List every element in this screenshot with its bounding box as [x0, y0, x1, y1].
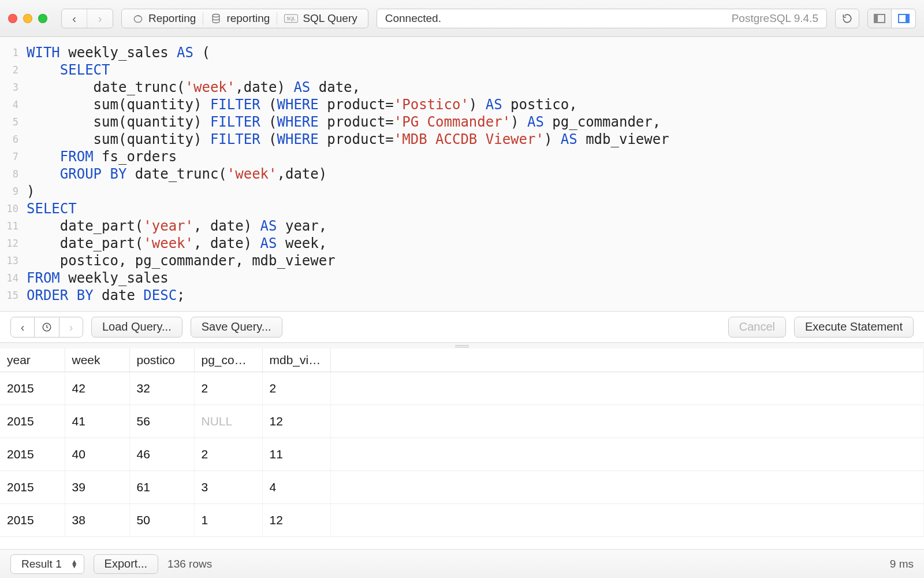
table-cell[interactable]: 42 [65, 372, 129, 405]
execute-statement-button[interactable]: Execute Statement [794, 317, 914, 338]
table-cell[interactable]: 2015 [0, 504, 65, 537]
table-cell[interactable]: 2015 [0, 438, 65, 471]
line-number-gutter: 123456789101112131415 [0, 37, 23, 311]
table-cell[interactable]: 39 [65, 471, 129, 504]
updown-icon: ▲▼ [71, 560, 78, 568]
table-cell[interactable]: 56 [129, 405, 194, 438]
column-header[interactable]: week [65, 349, 129, 372]
table-cell[interactable]: 12 [262, 405, 330, 438]
table-cell[interactable]: 2015 [0, 372, 65, 405]
sql-editor[interactable]: 123456789101112131415 WITH weekly_sales … [0, 37, 924, 312]
table-cell[interactable]: 2 [194, 438, 262, 471]
sql-icon: SQL [284, 14, 298, 23]
row-count: 136 rows [167, 558, 212, 570]
table-row[interactable]: 2015423222 [0, 372, 924, 405]
column-header[interactable]: pg_com… [194, 349, 262, 372]
svg-point-0 [134, 16, 141, 23]
column-header[interactable]: postico [129, 349, 194, 372]
chevron-right-icon: › [69, 321, 73, 333]
table-cell[interactable]: 4 [262, 471, 330, 504]
breadcrumb-label: SQL Query [303, 12, 357, 25]
table-cell[interactable]: NULL [194, 405, 262, 438]
right-panel-toggle[interactable] [892, 9, 916, 28]
export-button[interactable]: Export... [94, 554, 158, 574]
db-version: PostgreSQL 9.4.5 [732, 12, 818, 25]
history-back-button[interactable]: ‹ [10, 317, 35, 338]
clock-icon [42, 322, 52, 332]
breadcrumb-item[interactable]: Reporting [125, 12, 203, 25]
splitter-handle[interactable] [0, 343, 924, 349]
query-toolbar: ‹ › Load Query... Save Query... Cancel E… [0, 312, 924, 343]
bottom-bar: Result 1 ▲▼ Export... 136 rows 9 ms [0, 549, 924, 578]
table-header-row[interactable]: yearweekposticopg_com…mdb_vie… [0, 349, 924, 372]
breadcrumb-label: reporting [226, 12, 270, 25]
connection-status: Connected. PostgreSQL 9.4.5 [377, 9, 827, 28]
table-cell[interactable]: 11 [262, 438, 330, 471]
chevron-left-icon: ‹ [72, 13, 76, 24]
history-forward-button[interactable]: › [59, 317, 83, 338]
query-timing: 9 ms [890, 558, 914, 570]
table-cell[interactable]: 38 [65, 504, 129, 537]
table-cell[interactable]: 40 [65, 438, 129, 471]
forward-button[interactable]: › [87, 9, 113, 28]
database-icon [210, 13, 222, 24]
panel-toggle [867, 9, 916, 28]
result-selector[interactable]: Result 1 ▲▼ [10, 554, 84, 574]
table-row[interactable]: 20153850112 [0, 504, 924, 537]
refresh-button[interactable] [835, 9, 859, 28]
titlebar: ‹ › ReportingreportingSQLSQL Query Conne… [0, 0, 924, 37]
close-window-button[interactable] [8, 14, 17, 23]
left-panel-toggle[interactable] [867, 9, 892, 28]
breadcrumb-label: Reporting [148, 12, 196, 25]
save-query-button[interactable]: Save Query... [191, 317, 282, 338]
table-cell[interactable]: 12 [262, 504, 330, 537]
table-cell[interactable]: 61 [129, 471, 194, 504]
load-query-button[interactable]: Load Query... [91, 317, 182, 338]
table-cell[interactable]: 2 [194, 372, 262, 405]
elephant-icon [132, 13, 144, 24]
table-cell[interactable]: 41 [65, 405, 129, 438]
back-button[interactable]: ‹ [62, 9, 87, 28]
grip-icon [455, 345, 469, 347]
table-row[interactable]: 20154046211 [0, 438, 924, 471]
table-cell[interactable]: 46 [129, 438, 194, 471]
table-cell[interactable]: 1 [194, 504, 262, 537]
results-table[interactable]: yearweekposticopg_com…mdb_vie… 201542322… [0, 349, 924, 537]
zoom-window-button[interactable] [38, 14, 47, 23]
table-cell[interactable]: 32 [129, 372, 194, 405]
results-pane: yearweekposticopg_com…mdb_vie… 201542322… [0, 349, 924, 549]
query-history-nav: ‹ › [10, 317, 83, 338]
table-cell[interactable]: 3 [194, 471, 262, 504]
table-cell[interactable]: 2 [262, 372, 330, 405]
table-cell[interactable]: 2015 [0, 405, 65, 438]
window-controls [8, 14, 47, 23]
table-row[interactable]: 20154156NULL12 [0, 405, 924, 438]
cancel-button[interactable]: Cancel [728, 317, 786, 338]
breadcrumb-item[interactable]: SQLSQL Query [277, 12, 364, 25]
result-selector-label: Result 1 [21, 558, 62, 570]
sql-code[interactable]: WITH weekly_sales AS ( SELECT date_trunc… [23, 37, 675, 311]
breadcrumb: ReportingreportingSQLSQL Query [121, 9, 368, 28]
chevron-right-icon: › [98, 13, 102, 24]
chevron-left-icon: ‹ [21, 321, 25, 333]
refresh-icon [842, 13, 852, 24]
column-header[interactable]: mdb_vie… [262, 349, 330, 372]
column-header[interactable]: year [0, 349, 65, 372]
minimize-window-button[interactable] [23, 14, 32, 23]
svg-point-1 [213, 14, 220, 17]
history-button[interactable] [35, 317, 59, 338]
nav-back-forward: ‹ › [61, 9, 113, 28]
svg-text:SQL: SQL [287, 16, 296, 21]
table-cell[interactable]: 50 [129, 504, 194, 537]
breadcrumb-item[interactable]: reporting [203, 12, 277, 25]
table-body: 201542322220154156NULL122015404621120153… [0, 372, 924, 537]
table-cell[interactable]: 2015 [0, 471, 65, 504]
status-text: Connected. [385, 12, 441, 25]
table-row[interactable]: 2015396134 [0, 471, 924, 504]
